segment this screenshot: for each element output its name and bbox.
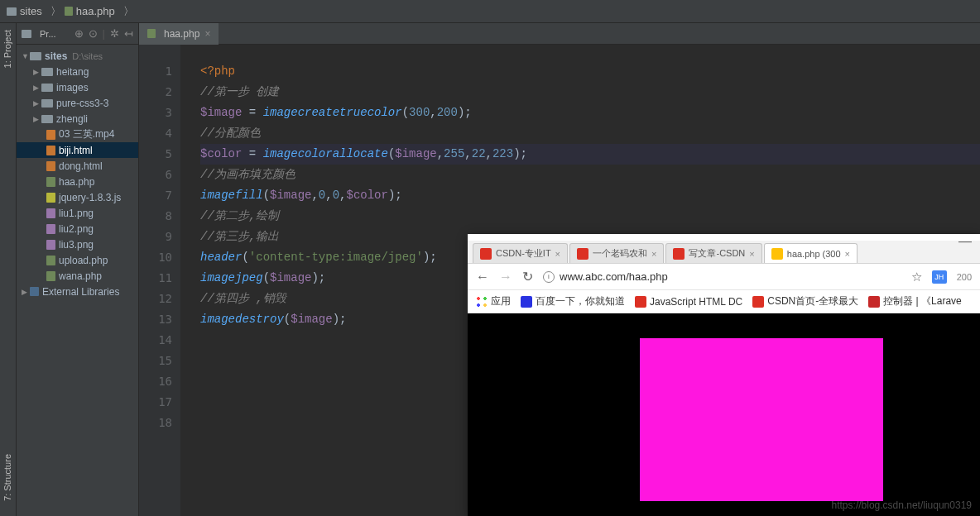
breadcrumb-bar: sites 〉 haa.php 〉 bbox=[0, 0, 980, 23]
bookmarks-bar: 应用 百度一下，你就知道 JavaScript HTML DC CSDN首页-全… bbox=[468, 290, 980, 313]
chevron-right-icon: 〉 bbox=[123, 4, 134, 19]
file-label: haa.php bbox=[59, 176, 94, 188]
browser-tab[interactable]: haa.php (300× bbox=[764, 243, 858, 263]
favicon-icon bbox=[771, 248, 783, 260]
tree-file[interactable]: biji.html bbox=[17, 142, 138, 158]
code-comment: //分配颜色 bbox=[200, 127, 261, 140]
rendered-image bbox=[640, 338, 883, 501]
expand-arrow-icon[interactable]: ▶ bbox=[33, 84, 41, 92]
close-icon[interactable]: × bbox=[651, 249, 656, 259]
project-panel: Pr... ⊕ ⊙ | ✲ ↤ ▼ sites D:\sites ▶heitan… bbox=[17, 23, 139, 516]
hide-icon[interactable]: ↤ bbox=[124, 27, 133, 40]
tree-folder[interactable]: ▶pure-css3-3 bbox=[17, 95, 138, 111]
target-icon[interactable]: ⊙ bbox=[89, 27, 98, 40]
editor-tab-title: haa.php bbox=[164, 28, 199, 40]
folder-icon bbox=[30, 52, 41, 60]
folder-label: zhengli bbox=[56, 113, 88, 125]
browser-window: — CSDN-专业IT×一个老码农和×写文章-CSDN×haa.php (300… bbox=[468, 234, 980, 516]
browser-viewport: https://blog.csdn.net/liuqun0319 bbox=[468, 313, 980, 516]
external-libs-label: External Libraries bbox=[42, 286, 119, 298]
apps-icon bbox=[476, 296, 488, 308]
count-badge: 200 bbox=[957, 272, 972, 282]
folder-label: images bbox=[56, 82, 89, 93]
bookmark-star-icon[interactable]: ☆ bbox=[911, 270, 922, 284]
favicon-icon bbox=[752, 296, 764, 308]
tree-file[interactable]: liu3.png bbox=[17, 236, 138, 252]
expand-arrow-icon[interactable]: ▶ bbox=[33, 68, 41, 76]
browser-tab[interactable]: 写文章-CSDN× bbox=[665, 243, 761, 263]
reload-button[interactable]: ↻ bbox=[522, 269, 533, 284]
tab-title: 一个老码农和 bbox=[593, 247, 647, 260]
bookmark-item[interactable]: 控制器 | 《Larave bbox=[868, 294, 961, 308]
code-comment: //第三步,输出 bbox=[200, 230, 279, 243]
file-icon bbox=[46, 130, 55, 140]
code-comment: //为画布填充颜色 bbox=[200, 168, 295, 181]
expand-arrow-icon[interactable]: ▶ bbox=[22, 288, 30, 296]
library-icon bbox=[30, 287, 39, 296]
structure-tool-button[interactable]: 7: Structure bbox=[0, 447, 15, 508]
expand-arrow-icon[interactable]: ▼ bbox=[22, 52, 30, 60]
external-libraries[interactable]: ▶ External Libraries bbox=[17, 284, 138, 299]
gear-icon[interactable]: ✲ bbox=[110, 27, 119, 40]
bookmark-item[interactable]: JavaScript HTML DC bbox=[635, 296, 742, 308]
php-file-icon bbox=[147, 29, 156, 38]
project-tool-button[interactable]: 1: Project bbox=[0, 23, 15, 74]
close-icon[interactable]: × bbox=[749, 249, 754, 259]
tree-root-label: sites bbox=[45, 50, 67, 62]
close-icon[interactable]: × bbox=[845, 249, 850, 259]
forward-button[interactable]: → bbox=[499, 270, 512, 284]
code-token: <?php bbox=[200, 64, 235, 78]
folder-label: pure-css3-3 bbox=[56, 98, 108, 109]
url-text: www.abc.com/haa.php bbox=[560, 270, 668, 283]
close-icon[interactable]: × bbox=[555, 249, 560, 259]
tree-file[interactable]: upload.php bbox=[17, 252, 138, 268]
browser-tab[interactable]: CSDN-专业IT× bbox=[473, 243, 568, 263]
apps-button[interactable]: 应用 bbox=[476, 294, 511, 308]
bookmark-item[interactable]: 百度一下，你就知道 bbox=[521, 294, 625, 308]
folder-label: heitang bbox=[56, 66, 89, 78]
tree-root[interactable]: ▼ sites D:\sites bbox=[17, 48, 138, 64]
tree-file[interactable]: 03 三英.mp4 bbox=[17, 127, 138, 142]
close-icon[interactable]: × bbox=[204, 28, 210, 40]
tree-file[interactable]: jquery-1.8.3.js bbox=[17, 189, 138, 205]
folder-icon bbox=[41, 84, 53, 92]
browser-titlebar: — bbox=[468, 234, 980, 241]
browser-tab[interactable]: 一个老码农和× bbox=[569, 243, 664, 263]
breadcrumb-root[interactable]: sites bbox=[20, 5, 42, 17]
expand-arrow-icon[interactable]: ▶ bbox=[33, 115, 41, 123]
tree-file[interactable]: haa.php bbox=[17, 174, 138, 189]
file-icon bbox=[46, 208, 55, 218]
expand-arrow-icon[interactable]: ▶ bbox=[33, 99, 41, 108]
tree-file[interactable]: liu2.png bbox=[17, 221, 138, 236]
tree-folder[interactable]: ▶zhengli bbox=[17, 111, 138, 127]
file-icon bbox=[46, 271, 55, 281]
back-button[interactable]: ← bbox=[476, 270, 489, 284]
tree-file[interactable]: liu1.png bbox=[17, 205, 138, 221]
favicon-icon bbox=[577, 248, 588, 260]
file-label: liu2.png bbox=[59, 223, 94, 235]
project-label: Pr... bbox=[40, 29, 56, 39]
tree-folder[interactable]: ▶images bbox=[17, 79, 138, 95]
tree-file[interactable]: dong.html bbox=[17, 158, 138, 174]
url-field[interactable]: i www.abc.com/haa.php bbox=[543, 270, 901, 283]
file-icon bbox=[46, 193, 55, 203]
collapse-icon[interactable]: ⊕ bbox=[74, 27, 84, 40]
file-icon bbox=[46, 224, 55, 234]
file-label: upload.php bbox=[59, 255, 108, 266]
minimize-icon[interactable]: — bbox=[957, 234, 973, 241]
favicon-icon bbox=[868, 296, 880, 308]
breadcrumb-file[interactable]: haa.php bbox=[76, 5, 115, 17]
favicon-icon bbox=[635, 296, 646, 308]
bookmark-item[interactable]: CSDN首页-全球最大 bbox=[752, 294, 858, 308]
info-icon[interactable]: i bbox=[543, 271, 555, 283]
editor-tab[interactable]: haa.php × bbox=[139, 23, 219, 45]
tree-folder[interactable]: ▶heitang bbox=[17, 64, 138, 79]
tab-title: 写文章-CSDN bbox=[689, 247, 745, 260]
tree-root-path: D:\sites bbox=[72, 51, 103, 61]
tree-file[interactable]: wana.php bbox=[17, 268, 138, 284]
file-icon bbox=[46, 256, 55, 265]
profile-badge[interactable]: JH bbox=[932, 270, 947, 284]
divider: | bbox=[103, 27, 105, 40]
folder-icon bbox=[41, 99, 53, 108]
file-icon bbox=[46, 146, 55, 155]
